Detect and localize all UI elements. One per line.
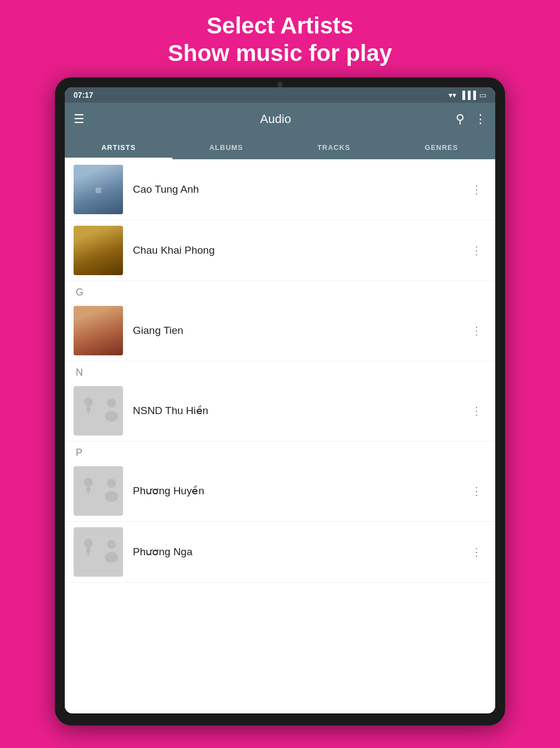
artist-art-giang-tien: [74, 306, 123, 355]
list-item[interactable]: Chau Khai Phong ⋮: [65, 220, 495, 281]
tab-albums[interactable]: ALBUMS: [172, 136, 280, 159]
svg-point-20: [105, 552, 118, 563]
svg-point-17: [97, 535, 108, 546]
artist-name: Cao Tung Anh: [133, 183, 467, 196]
tab-bar: ARTISTS ALBUMS TRACKS GENRES: [65, 136, 495, 159]
tab-tracks[interactable]: TRACKS: [280, 136, 388, 159]
app-bar: ☰ Audio ⚲ ⋮: [65, 103, 495, 136]
artist-thumbnail: [74, 466, 123, 516]
svg-point-13: [105, 491, 118, 502]
artist-list: Cao Tung Anh ⋮ Chau Khai Phong ⋮ G Giang…: [65, 159, 495, 713]
section-header-p: P: [65, 442, 495, 461]
promo-line2: Show music for play: [168, 40, 392, 66]
status-time: 07:17: [74, 91, 93, 99]
default-avatar-icon: [74, 386, 123, 436]
svg-point-19: [107, 540, 116, 549]
section-header-n: N: [65, 361, 495, 381]
search-icon[interactable]: ⚲: [456, 112, 464, 126]
list-item[interactable]: Giang Tien ⋮: [65, 300, 495, 361]
artist-more-icon[interactable]: ⋮: [467, 480, 486, 502]
artist-thumbnail: [74, 306, 123, 355]
artist-more-icon[interactable]: ⋮: [467, 541, 486, 563]
artist-name: NSND Thu Hiền: [133, 404, 467, 417]
status-icons: ▾▾ ▐▐▐ ▭: [449, 91, 486, 99]
artist-art-cao-tung-anh: [74, 165, 123, 214]
svg-rect-15: [86, 548, 91, 553]
list-item[interactable]: Phương Nga ⋮: [65, 522, 495, 583]
svg-point-5: [107, 399, 116, 408]
svg-rect-8: [86, 487, 91, 492]
svg-point-12: [107, 479, 116, 488]
artist-thumbnail: [74, 226, 123, 275]
default-avatar-icon: [74, 527, 123, 577]
list-item[interactable]: NSND Thu Hiền ⋮: [65, 381, 495, 442]
artist-thumbnail: [74, 165, 123, 214]
artist-thumbnail: [74, 527, 123, 577]
battery-icon: ▭: [479, 91, 486, 99]
artist-art-chau-khai-phong: [74, 226, 123, 275]
promo-line1: Select Artists: [207, 13, 354, 38]
signal-icon: ▐▐▐: [460, 91, 476, 99]
svg-rect-1: [86, 406, 91, 412]
more-options-icon[interactable]: ⋮: [474, 112, 486, 126]
artist-name: Giang Tien: [133, 325, 467, 337]
wifi-icon: ▾▾: [449, 91, 456, 99]
tab-artists[interactable]: ARTISTS: [65, 136, 172, 159]
artist-more-icon[interactable]: ⋮: [467, 239, 486, 261]
svg-point-14: [84, 539, 93, 548]
svg-point-6: [105, 411, 118, 422]
artist-name: Phương Huyền: [133, 484, 467, 497]
artist-more-icon[interactable]: ⋮: [467, 320, 486, 342]
screen: 07:17 ▾▾ ▐▐▐ ▭ ☰ Audio ⚲ ⋮ ARTISTS ALBUM…: [65, 87, 495, 713]
artist-name: Phương Nga: [133, 545, 467, 558]
app-title: Audio: [96, 112, 456, 126]
tablet-frame: 07:17 ▾▾ ▐▐▐ ▭ ☰ Audio ⚲ ⋮ ARTISTS ALBUM…: [55, 77, 505, 725]
artist-more-icon[interactable]: ⋮: [467, 400, 486, 422]
app-bar-actions: ⚲ ⋮: [456, 112, 486, 126]
svg-point-0: [84, 398, 93, 406]
status-bar: 07:17 ▾▾ ▐▐▐ ▭: [65, 87, 495, 103]
promo-banner: Select Artists Show music for play: [0, 0, 560, 77]
section-header-g: G: [65, 281, 495, 300]
artist-thumbnail: [74, 386, 123, 436]
artist-more-icon[interactable]: ⋮: [467, 178, 486, 200]
svg-point-3: [97, 394, 108, 405]
svg-point-10: [97, 475, 108, 485]
list-item[interactable]: Phương Huyền ⋮: [65, 461, 495, 522]
tab-genres[interactable]: GENRES: [388, 136, 495, 159]
artist-name: Chau Khai Phong: [133, 244, 467, 256]
menu-icon[interactable]: ☰: [74, 112, 85, 126]
default-avatar-icon: [74, 466, 123, 516]
svg-point-7: [84, 478, 93, 487]
list-item[interactable]: Cao Tung Anh ⋮: [65, 159, 495, 220]
